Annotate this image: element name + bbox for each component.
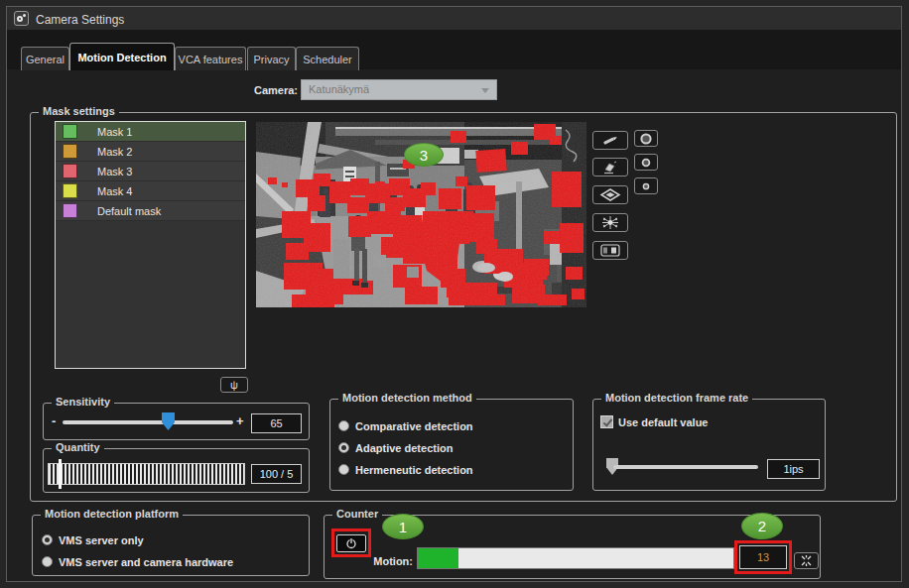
mask-list-item[interactable]: Mask 2 [56, 142, 245, 162]
radio-label[interactable]: VMS server only [59, 534, 144, 546]
camera-app-icon [14, 11, 29, 26]
annotation-highlight-1 [331, 529, 371, 557]
counter-title: Counter [332, 508, 382, 520]
fill-area-button[interactable] [592, 185, 628, 204]
annotation-badge-1: 1 [382, 514, 424, 539]
quantity-value: 100 / 5 [251, 464, 302, 484]
radio-label[interactable]: Hermeneutic detection [355, 464, 473, 476]
pattern-icon [599, 215, 621, 230]
reset-icon [800, 554, 813, 567]
mask-color-swatch [63, 164, 77, 178]
radio-vms-server-and-camera[interactable] [42, 556, 53, 567]
psi-icon: ψ [230, 380, 238, 391]
brush-size-medium-button[interactable] [634, 154, 658, 171]
frame-rate-title: Motion detection frame rate [601, 392, 752, 404]
annotation-badge-3: 3 [404, 143, 444, 167]
tab-vca-features[interactable]: VCA features [175, 47, 246, 70]
quantity-title: Quantity [52, 441, 104, 453]
pencil-icon [599, 134, 621, 147]
quantity-histogram[interactable] [48, 463, 245, 485]
sensitivity-title: Sensitivity [52, 396, 114, 408]
tab-motion-detection[interactable]: Motion Detection [69, 43, 175, 70]
brush-small-icon [641, 181, 651, 191]
mask-list-item[interactable]: Mask 4 [56, 181, 245, 201]
radio-comparative-detection[interactable] [338, 420, 349, 431]
mask-list-item[interactable]: Default mask [56, 201, 245, 221]
radio-label[interactable]: VMS server and camera hardware [59, 556, 233, 568]
brush-size-small-button[interactable] [634, 177, 658, 194]
window-title: Camera Settings [36, 13, 124, 27]
radio-hermeneutic-detection[interactable] [338, 464, 349, 475]
sensitivity-slider-track[interactable] [63, 420, 233, 424]
motion-progress-fill [418, 548, 458, 568]
mask-color-swatch [63, 144, 77, 159]
quantity-marker[interactable] [59, 459, 62, 489]
use-default-value-checkbox[interactable] [600, 415, 613, 428]
erase-mask-button[interactable] [592, 158, 628, 176]
sensitivity-value: 65 [251, 413, 302, 433]
eraser-icon [599, 161, 621, 175]
mask-color-swatch [63, 203, 77, 218]
radio-label[interactable]: Adaptive detection [355, 442, 453, 454]
camera-select[interactable]: Katunäkymä [301, 79, 497, 100]
mask-color-swatch [63, 124, 77, 139]
pattern-fill-button[interactable] [592, 213, 628, 232]
motion-progress-bar [417, 547, 734, 569]
frame-capture-icon [598, 243, 622, 258]
radio-adaptive-detection[interactable] [338, 442, 349, 453]
tab-scheduler[interactable]: Scheduler [296, 47, 359, 70]
mask-list-item[interactable]: Mask 3 [56, 162, 245, 181]
title-bar[interactable]: Camera Settings [7, 7, 901, 30]
frame-rate-value: 1ips [767, 459, 820, 479]
camera-label: Camera: [236, 84, 298, 96]
counter-reset-button[interactable] [794, 552, 819, 569]
draw-mask-button[interactable] [592, 131, 628, 150]
mask-color-swatch [63, 183, 77, 198]
frame-rate-slider-track[interactable] [613, 465, 758, 469]
brush-large-icon [639, 132, 653, 146]
chevron-down-icon [481, 88, 489, 93]
mask-tool-button[interactable]: ψ [220, 377, 248, 393]
tab-general[interactable]: General [21, 47, 69, 70]
annotation-highlight-2 [734, 540, 792, 574]
fill-area-icon [598, 187, 622, 202]
annotation-badge-2: 2 [741, 513, 783, 539]
tab-privacy[interactable]: Privacy [247, 47, 296, 70]
checkbox-label[interactable]: Use default value [618, 416, 708, 428]
sensitivity-minus[interactable]: - [52, 413, 56, 428]
radio-label[interactable]: Comparative detection [355, 420, 473, 432]
brush-size-large-button[interactable] [634, 130, 658, 147]
sensitivity-plus[interactable]: + [236, 413, 244, 428]
mask-settings-title: Mask settings [39, 105, 119, 117]
platform-title: Motion detection platform [41, 508, 183, 520]
method-title: Motion detection method [338, 392, 476, 404]
mask-list-item[interactable]: Mask 1 [56, 122, 245, 142]
frame-capture-button[interactable] [592, 241, 628, 260]
camera-select-value: Katunäkymä [309, 83, 369, 95]
radio-vms-server-only[interactable] [42, 534, 53, 545]
brush-medium-icon [640, 157, 652, 169]
mask-list[interactable]: Mask 1 Mask 2 Mask 3 Mask 4 Default mask [55, 121, 246, 369]
